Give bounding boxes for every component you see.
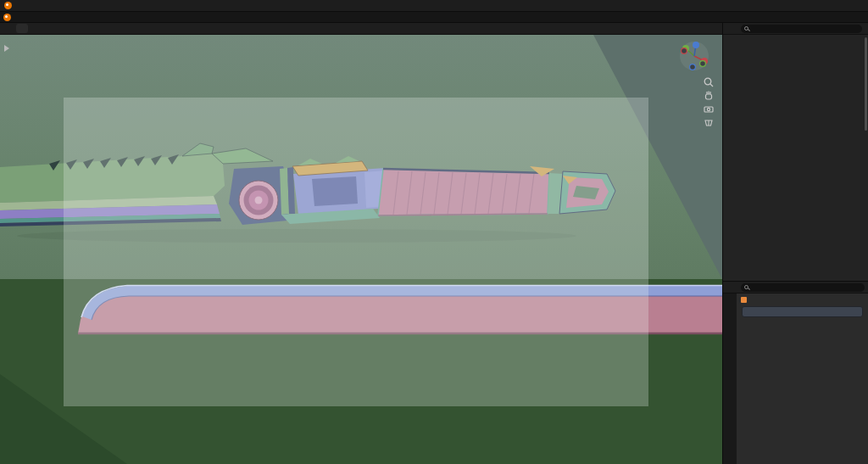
- titlebar: [0, 0, 868, 12]
- navigation-gizmo[interactable]: [680, 42, 709, 70]
- blender-menu-icon[interactable]: [3, 14, 11, 21]
- viewport-canvas[interactable]: [0, 35, 722, 464]
- backdrop-plane[interactable]: [64, 98, 648, 406]
- object-icon: [741, 297, 747, 303]
- sidebar: [722, 23, 868, 464]
- properties-search-field[interactable]: [741, 283, 865, 292]
- outliner-header: [723, 23, 868, 35]
- properties-tab-strip: [723, 293, 737, 464]
- properties-editor: [723, 281, 868, 464]
- viewport-3d[interactable]: [0, 23, 722, 464]
- modifier-panel: [737, 293, 868, 464]
- add-modifier-button[interactable]: [742, 306, 863, 317]
- outliner: [723, 35, 868, 281]
- blender-window: [0, 0, 868, 464]
- mode-selector[interactable]: [16, 24, 28, 33]
- search-icon: [744, 26, 748, 31]
- menubar: [0, 12, 868, 23]
- outliner-scrollbar[interactable]: [865, 37, 867, 131]
- active-object-row: [737, 295, 868, 305]
- outliner-search-field[interactable]: [741, 25, 862, 33]
- blender-logo-icon: [4, 2, 12, 9]
- viewport-header: [0, 23, 722, 35]
- properties-header: [723, 282, 868, 293]
- search-icon: [744, 285, 748, 289]
